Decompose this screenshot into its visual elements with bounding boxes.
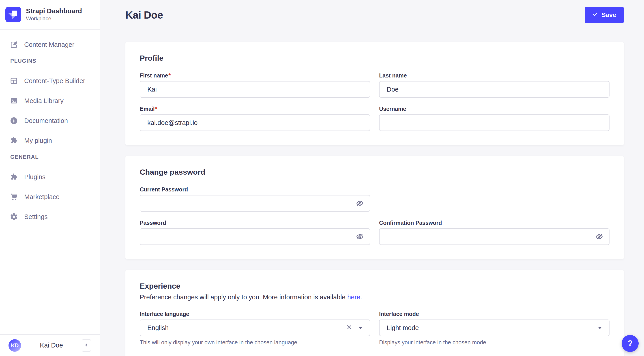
password-fields-grid: Current Password xyxy=(140,186,610,245)
interface-language-select[interactable]: English xyxy=(140,320,370,336)
experience-fields-grid: Interface language English xyxy=(140,311,610,346)
sidebar-item-my-plugin[interactable]: My plugin xyxy=(0,134,100,148)
interface-language-hint: This will only display your own interfac… xyxy=(140,339,370,346)
email-input[interactable] xyxy=(140,114,370,131)
last-name-field-group: Last name xyxy=(379,72,610,98)
new-password-input[interactable] xyxy=(140,228,370,245)
confirm-password-label: Confirmation Password xyxy=(379,220,610,226)
chevron-left-icon xyxy=(84,342,89,348)
cards-container: Profile First name* Last name Email* xyxy=(100,23,644,356)
sidebar-item-settings[interactable]: Settings xyxy=(0,210,100,224)
username-label: Username xyxy=(379,106,610,112)
info-icon xyxy=(10,117,18,125)
check-icon xyxy=(592,12,598,19)
sidebar-item-content-type-builder[interactable]: Content-Type Builder xyxy=(0,74,100,88)
required-mark: * xyxy=(155,106,158,112)
clear-selection-icon[interactable] xyxy=(346,324,352,332)
cart-icon xyxy=(10,193,18,201)
username-input[interactable] xyxy=(379,114,610,131)
sidebar-section-general: GENERAL xyxy=(10,154,100,160)
toggle-password-visibility-button[interactable] xyxy=(595,232,604,241)
puzzle-icon xyxy=(10,173,18,181)
experience-description: Preference changes will apply only to yo… xyxy=(140,294,610,301)
eye-slash-icon xyxy=(596,233,603,240)
first-name-label: First name* xyxy=(140,72,370,79)
required-mark: * xyxy=(168,72,171,78)
avatar[interactable]: KD xyxy=(8,339,21,352)
sidebar-item-label: Settings xyxy=(24,213,48,220)
chevron-down-icon[interactable] xyxy=(598,327,602,329)
strapi-logo-icon xyxy=(5,7,21,22)
app-root: Strapi Dashboard Workplace Content Manag… xyxy=(0,0,644,356)
eye-slash-icon xyxy=(356,200,364,207)
interface-language-label: Interface language xyxy=(140,311,370,317)
email-field-group: Email* xyxy=(140,106,370,131)
more-info-link[interactable]: here xyxy=(347,294,360,301)
sidebar-nav: Content Manager PLUGINS Content-Type Bui… xyxy=(0,30,100,224)
user-name: Kai Doe xyxy=(21,342,82,349)
sidebar-item-label: Marketplace xyxy=(24,193,60,200)
sidebar-item-plugins[interactable]: Plugins xyxy=(0,170,100,184)
confirm-password-input[interactable] xyxy=(379,228,610,245)
interface-language-field-group: Interface language English xyxy=(140,311,370,346)
save-button[interactable]: Save xyxy=(585,7,624,23)
interface-mode-hint: Displays your interface in the chosen mo… xyxy=(379,339,610,346)
sidebar-item-marketplace[interactable]: Marketplace xyxy=(0,190,100,204)
brand-text: Strapi Dashboard Workplace xyxy=(26,7,82,22)
feather-edit-icon xyxy=(10,40,18,48)
username-field-group: Username xyxy=(379,106,610,131)
interface-language-value: English xyxy=(147,324,168,332)
main-content: Kai Doe Save Profile First name* xyxy=(100,0,644,356)
profile-card-title: Profile xyxy=(140,54,610,62)
sidebar-collapse-button[interactable] xyxy=(82,339,91,352)
first-name-input[interactable] xyxy=(140,81,370,98)
toggle-password-visibility-button[interactable] xyxy=(355,199,364,208)
page-header: Kai Doe Save xyxy=(100,0,644,23)
sidebar-item-media-library[interactable]: Media Library xyxy=(0,94,100,108)
interface-mode-label: Interface mode xyxy=(379,311,610,317)
chevron-down-icon[interactable] xyxy=(358,327,362,329)
interface-mode-value: Light mode xyxy=(387,324,419,332)
sidebar-item-label: Media Library xyxy=(24,97,64,104)
image-icon xyxy=(10,97,18,105)
new-password-field-group: Password xyxy=(140,220,370,245)
experience-card-title: Experience xyxy=(140,282,610,290)
page-title: Kai Doe xyxy=(126,9,163,21)
sidebar-item-documentation[interactable]: Documentation xyxy=(0,114,100,128)
email-label: Email* xyxy=(140,106,370,112)
change-password-title: Change password xyxy=(140,168,610,176)
current-password-input[interactable] xyxy=(140,195,370,212)
current-password-field-group: Current Password xyxy=(140,186,370,212)
last-name-input[interactable] xyxy=(379,81,610,98)
change-password-card: Change password Current Password xyxy=(126,156,624,259)
save-button-label: Save xyxy=(602,12,616,18)
layout-icon xyxy=(10,77,18,85)
toggle-password-visibility-button[interactable] xyxy=(355,232,364,241)
new-password-label: Password xyxy=(140,220,370,226)
sidebar-item-label: Documentation xyxy=(24,117,68,124)
sidebar-item-label: Content-Type Builder xyxy=(24,77,85,85)
confirm-password-field-group: Confirmation Password xyxy=(379,220,610,245)
sidebar-item-label: Content Manager xyxy=(24,41,74,48)
profile-card: Profile First name* Last name Email* xyxy=(126,42,624,145)
workspace-title: Strapi Dashboard xyxy=(26,7,82,15)
last-name-label: Last name xyxy=(379,72,610,79)
sidebar-item-label: My plugin xyxy=(24,137,52,144)
workspace-subtitle: Workplace xyxy=(26,15,82,22)
sidebar: Strapi Dashboard Workplace Content Manag… xyxy=(0,0,100,356)
sidebar-item-label: Plugins xyxy=(24,173,46,181)
first-name-field-group: First name* xyxy=(140,72,370,98)
sidebar-item-content-manager[interactable]: Content Manager xyxy=(0,38,100,52)
help-button[interactable]: ? xyxy=(622,335,639,352)
puzzle-icon xyxy=(10,136,18,145)
interface-mode-select[interactable]: Light mode xyxy=(379,320,610,336)
current-password-label: Current Password xyxy=(140,186,370,193)
sidebar-user-area: KD Kai Doe xyxy=(0,334,100,356)
workspace-brand[interactable]: Strapi Dashboard Workplace xyxy=(0,0,100,30)
spacer-cell xyxy=(379,186,610,212)
sidebar-section-plugins: PLUGINS xyxy=(10,58,100,64)
eye-slash-icon xyxy=(356,233,364,240)
profile-fields-grid: First name* Last name Email* Username xyxy=(140,72,610,131)
interface-mode-field-group: Interface mode Light mode Displays your … xyxy=(379,311,610,346)
gear-icon xyxy=(10,213,18,221)
